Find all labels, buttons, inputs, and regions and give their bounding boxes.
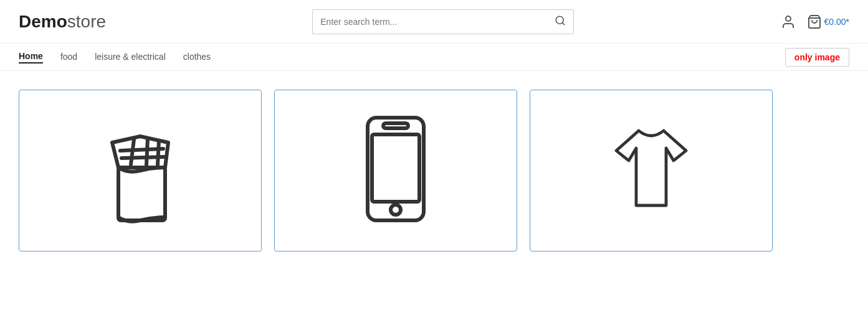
header: Demostore €0.00* (0, 0, 868, 44)
search-bar (312, 9, 574, 34)
product-card-leisure[interactable] (274, 90, 517, 252)
shirt-icon (601, 108, 701, 233)
logo-light: store (67, 12, 106, 31)
svg-point-2 (786, 16, 791, 21)
search-icon (555, 15, 566, 26)
account-icon (781, 14, 796, 29)
svg-rect-11 (372, 134, 419, 202)
svg-line-1 (563, 22, 565, 24)
product-card-food[interactable] (19, 90, 262, 252)
svg-line-7 (131, 139, 134, 164)
cart-icon (807, 14, 822, 29)
logo[interactable]: Demostore (19, 12, 106, 32)
search-input[interactable] (320, 17, 555, 27)
svg-point-13 (391, 205, 401, 215)
svg-rect-4 (118, 167, 165, 220)
nav-item-food[interactable]: food (60, 52, 77, 63)
nav-item-home[interactable]: Home (19, 51, 43, 63)
header-icons: €0.00* (781, 14, 849, 29)
account-button[interactable] (781, 14, 796, 29)
only-image-button[interactable]: only image (785, 48, 849, 67)
svg-line-8 (146, 139, 148, 165)
cart-button[interactable]: €0.00* (807, 14, 849, 29)
product-card-clothes[interactable] (530, 90, 773, 252)
nav: Home food leisure & electrical clothes o… (0, 44, 868, 71)
svg-rect-12 (383, 123, 408, 128)
svg-line-9 (158, 141, 159, 165)
nav-item-leisure[interactable]: leisure & electrical (95, 52, 166, 63)
cart-price: €0.00* (824, 17, 849, 27)
search-button[interactable] (555, 15, 566, 29)
phone-icon (346, 108, 446, 233)
nav-item-clothes[interactable]: clothes (183, 52, 211, 63)
chocolate-icon (90, 108, 190, 233)
logo-bold: Demo (19, 12, 67, 31)
product-grid (0, 71, 868, 270)
